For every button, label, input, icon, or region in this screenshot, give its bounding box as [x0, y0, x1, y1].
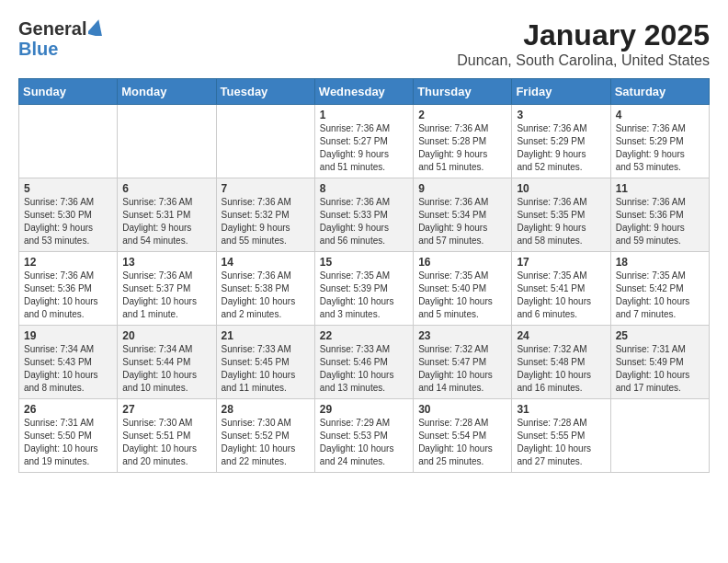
- calendar-cell: 1Sunrise: 7:36 AM Sunset: 5:27 PM Daylig…: [314, 105, 413, 178]
- calendar-day-header: Thursday: [414, 79, 512, 105]
- day-info: Sunrise: 7:30 AM Sunset: 5:51 PM Dayligh…: [122, 417, 210, 468]
- calendar-cell: 30Sunrise: 7:28 AM Sunset: 5:54 PM Dayli…: [414, 399, 512, 473]
- day-number: 14: [222, 256, 310, 269]
- page-header: General Blue January 2025 Duncan, South …: [18, 18, 710, 69]
- calendar-cell: 5Sunrise: 7:36 AM Sunset: 5:30 PM Daylig…: [19, 178, 118, 252]
- calendar-week-row: 19Sunrise: 7:34 AM Sunset: 5:43 PM Dayli…: [19, 326, 710, 399]
- day-number: 13: [122, 256, 210, 269]
- calendar-cell: 27Sunrise: 7:30 AM Sunset: 5:51 PM Dayli…: [118, 399, 216, 473]
- calendar-cell: 14Sunrise: 7:36 AM Sunset: 5:38 PM Dayli…: [216, 252, 314, 326]
- day-info: Sunrise: 7:32 AM Sunset: 5:48 PM Dayligh…: [517, 343, 605, 395]
- day-number: 30: [418, 403, 506, 416]
- calendar-day-header: Monday: [118, 79, 216, 105]
- day-number: 18: [616, 256, 704, 269]
- day-info: Sunrise: 7:33 AM Sunset: 5:45 PM Dayligh…: [222, 343, 310, 395]
- day-number: 16: [418, 256, 506, 269]
- day-number: 1: [320, 109, 408, 121]
- calendar-week-row: 26Sunrise: 7:31 AM Sunset: 5:50 PM Dayli…: [19, 399, 710, 473]
- day-info: Sunrise: 7:34 AM Sunset: 5:44 PM Dayligh…: [122, 343, 210, 395]
- day-info: Sunrise: 7:36 AM Sunset: 5:29 PM Dayligh…: [616, 122, 704, 174]
- calendar-cell: 31Sunrise: 7:28 AM Sunset: 5:55 PM Dayli…: [512, 399, 610, 473]
- calendar-cell: 22Sunrise: 7:33 AM Sunset: 5:46 PM Dayli…: [314, 326, 413, 399]
- day-info: Sunrise: 7:34 AM Sunset: 5:43 PM Dayligh…: [24, 343, 112, 395]
- day-number: 28: [222, 403, 310, 416]
- calendar-cell: 15Sunrise: 7:35 AM Sunset: 5:39 PM Dayli…: [314, 252, 413, 326]
- day-info: Sunrise: 7:33 AM Sunset: 5:46 PM Dayligh…: [320, 343, 408, 395]
- day-info: Sunrise: 7:29 AM Sunset: 5:53 PM Dayligh…: [320, 417, 408, 468]
- day-info: Sunrise: 7:36 AM Sunset: 5:29 PM Dayligh…: [517, 122, 605, 174]
- day-info: Sunrise: 7:31 AM Sunset: 5:49 PM Dayligh…: [616, 343, 704, 395]
- calendar-table: SundayMondayTuesdayWednesdayThursdayFrid…: [18, 78, 710, 473]
- calendar-cell: 3Sunrise: 7:36 AM Sunset: 5:29 PM Daylig…: [512, 105, 610, 178]
- calendar-subtitle: Duncan, South Carolina, United States: [457, 52, 710, 69]
- day-info: Sunrise: 7:35 AM Sunset: 5:42 PM Dayligh…: [616, 270, 704, 321]
- calendar-cell: 13Sunrise: 7:36 AM Sunset: 5:37 PM Dayli…: [118, 252, 216, 326]
- calendar-cell: 6Sunrise: 7:36 AM Sunset: 5:31 PM Daylig…: [118, 178, 216, 252]
- calendar-day-header: Saturday: [610, 79, 709, 105]
- day-number: 31: [517, 403, 605, 416]
- day-info: Sunrise: 7:36 AM Sunset: 5:36 PM Dayligh…: [616, 196, 704, 247]
- calendar-cell: 17Sunrise: 7:35 AM Sunset: 5:41 PM Dayli…: [512, 252, 610, 326]
- day-info: Sunrise: 7:35 AM Sunset: 5:39 PM Dayligh…: [320, 270, 408, 321]
- day-number: 24: [517, 329, 605, 342]
- day-number: 11: [616, 182, 704, 195]
- calendar-cell: 23Sunrise: 7:32 AM Sunset: 5:47 PM Dayli…: [414, 326, 512, 399]
- day-info: Sunrise: 7:32 AM Sunset: 5:47 PM Dayligh…: [418, 343, 506, 395]
- calendar-cell: [610, 399, 709, 473]
- calendar-cell: 25Sunrise: 7:31 AM Sunset: 5:49 PM Dayli…: [610, 326, 709, 399]
- logo-blue-text: Blue: [18, 39, 105, 59]
- calendar-cell: 7Sunrise: 7:36 AM Sunset: 5:32 PM Daylig…: [216, 178, 314, 252]
- day-number: 20: [122, 329, 210, 342]
- day-number: 25: [616, 329, 704, 342]
- day-info: Sunrise: 7:30 AM Sunset: 5:52 PM Dayligh…: [222, 417, 310, 468]
- day-number: 7: [222, 182, 310, 195]
- calendar-cell: 9Sunrise: 7:36 AM Sunset: 5:34 PM Daylig…: [414, 178, 512, 252]
- calendar-cell: 2Sunrise: 7:36 AM Sunset: 5:28 PM Daylig…: [414, 105, 512, 178]
- logo: General Blue: [18, 18, 105, 59]
- calendar-cell: 28Sunrise: 7:30 AM Sunset: 5:52 PM Dayli…: [216, 399, 314, 473]
- day-number: 22: [320, 329, 408, 342]
- day-number: 5: [24, 182, 112, 195]
- day-number: 19: [24, 329, 112, 342]
- day-info: Sunrise: 7:36 AM Sunset: 5:31 PM Dayligh…: [122, 196, 210, 247]
- day-number: 27: [122, 403, 210, 416]
- calendar-day-header: Wednesday: [314, 79, 413, 105]
- day-info: Sunrise: 7:36 AM Sunset: 5:34 PM Dayligh…: [418, 196, 506, 247]
- calendar-cell: 24Sunrise: 7:32 AM Sunset: 5:48 PM Dayli…: [512, 326, 610, 399]
- calendar-cell: 29Sunrise: 7:29 AM Sunset: 5:53 PM Dayli…: [314, 399, 413, 473]
- day-number: 17: [517, 256, 605, 269]
- day-number: 6: [122, 182, 210, 195]
- day-number: 23: [418, 329, 506, 342]
- day-number: 26: [24, 403, 112, 416]
- day-number: 21: [222, 329, 310, 342]
- day-info: Sunrise: 7:36 AM Sunset: 5:32 PM Dayligh…: [222, 196, 310, 247]
- calendar-header-row: SundayMondayTuesdayWednesdayThursdayFrid…: [19, 79, 710, 105]
- calendar-day-header: Tuesday: [216, 79, 314, 105]
- day-info: Sunrise: 7:36 AM Sunset: 5:33 PM Dayligh…: [320, 196, 408, 247]
- day-number: 9: [418, 182, 506, 195]
- day-info: Sunrise: 7:36 AM Sunset: 5:27 PM Dayligh…: [320, 122, 408, 174]
- day-info: Sunrise: 7:28 AM Sunset: 5:54 PM Dayligh…: [418, 417, 506, 468]
- day-number: 29: [320, 403, 408, 416]
- calendar-cell: [118, 105, 216, 178]
- calendar-cell: [19, 105, 118, 178]
- day-number: 4: [616, 109, 704, 121]
- svg-marker-0: [88, 19, 105, 36]
- calendar-cell: [216, 105, 314, 178]
- calendar-week-row: 12Sunrise: 7:36 AM Sunset: 5:36 PM Dayli…: [19, 252, 710, 326]
- title-block: January 2025 Duncan, South Carolina, Uni…: [457, 18, 710, 69]
- day-info: Sunrise: 7:35 AM Sunset: 5:40 PM Dayligh…: [418, 270, 506, 321]
- day-number: 3: [517, 109, 605, 121]
- day-info: Sunrise: 7:36 AM Sunset: 5:35 PM Dayligh…: [517, 196, 605, 247]
- logo-general-text: General: [18, 18, 86, 39]
- calendar-cell: 18Sunrise: 7:35 AM Sunset: 5:42 PM Dayli…: [610, 252, 709, 326]
- calendar-cell: 20Sunrise: 7:34 AM Sunset: 5:44 PM Dayli…: [118, 326, 216, 399]
- day-info: Sunrise: 7:36 AM Sunset: 5:28 PM Dayligh…: [418, 122, 506, 174]
- calendar-cell: 8Sunrise: 7:36 AM Sunset: 5:33 PM Daylig…: [314, 178, 413, 252]
- logo-triangle-icon: [88, 19, 105, 36]
- calendar-cell: 4Sunrise: 7:36 AM Sunset: 5:29 PM Daylig…: [610, 105, 709, 178]
- day-number: 10: [517, 182, 605, 195]
- calendar-cell: 26Sunrise: 7:31 AM Sunset: 5:50 PM Dayli…: [19, 399, 118, 473]
- calendar-week-row: 1Sunrise: 7:36 AM Sunset: 5:27 PM Daylig…: [19, 105, 710, 178]
- day-info: Sunrise: 7:31 AM Sunset: 5:50 PM Dayligh…: [24, 417, 112, 468]
